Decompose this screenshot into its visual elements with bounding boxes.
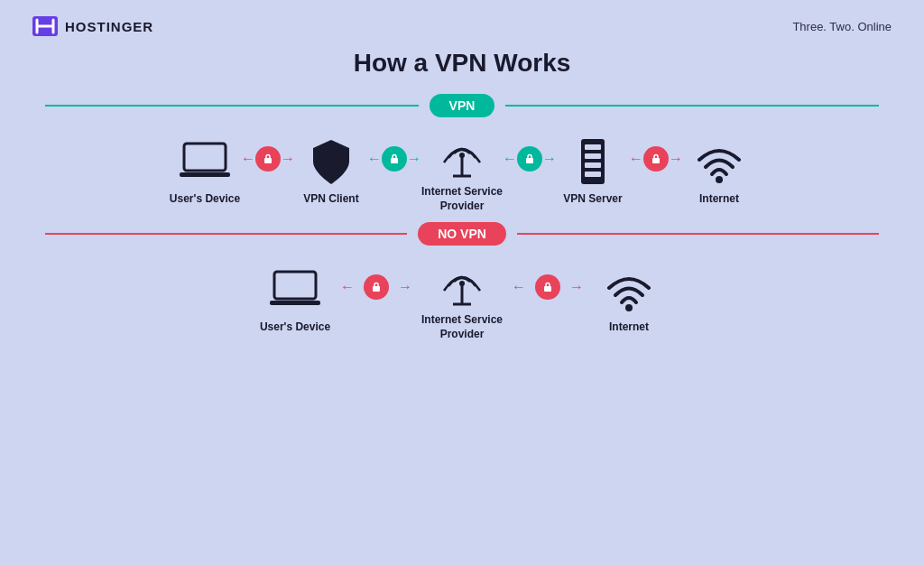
wifi-icon-2 xyxy=(602,265,656,315)
vpn-diagram-row: User's Device ← → xyxy=(45,130,879,213)
vpn-node-internet: Internet xyxy=(683,137,755,207)
laptop-icon-2 xyxy=(268,265,322,315)
logo-area: HOSTINGER xyxy=(32,16,153,36)
vpn-node-device: User's Device xyxy=(169,137,241,207)
novpn-divider-left xyxy=(45,233,407,235)
vpn-arrow-3: ← → xyxy=(503,146,557,172)
logo-text: HOSTINGER xyxy=(65,19,153,34)
server-icon xyxy=(566,137,620,187)
vpn-server-label: VPN Server xyxy=(563,192,622,207)
vpn-node-isp: Internet ServiceProvider xyxy=(421,130,503,213)
vpn-section: VPN User's Device ← xyxy=(0,94,924,213)
novpn-node-device: User's Device xyxy=(250,265,340,335)
vpn-arrow-4: ← → xyxy=(629,146,683,172)
novpn-arrow-2: ← → xyxy=(512,274,584,300)
svg-rect-22 xyxy=(544,286,551,292)
novpn-divider-row: NO VPN xyxy=(45,222,879,246)
novpn-device-label: User's Device xyxy=(260,320,330,335)
novpn-isp-label: Internet ServiceProvider xyxy=(421,313,503,341)
svg-rect-8 xyxy=(526,158,533,163)
laptop-icon xyxy=(178,137,232,187)
page-wrapper: HOSTINGER Three. Two. Online How a VPN W… xyxy=(0,0,924,566)
svg-rect-1 xyxy=(184,144,226,171)
vpn-client-label: VPN Client xyxy=(303,192,358,207)
svg-rect-17 xyxy=(270,301,320,305)
vpn-arrow-2: ← → xyxy=(367,146,421,172)
svg-point-21 xyxy=(459,281,465,286)
novpn-badge: NO VPN xyxy=(418,222,506,246)
vpn-badge: VPN xyxy=(430,94,495,117)
vpn-node-server: VPN Server xyxy=(557,137,629,207)
svg-point-7 xyxy=(459,153,465,158)
svg-rect-10 xyxy=(585,144,601,150)
antenna-icon-2 xyxy=(435,258,489,308)
wifi-icon xyxy=(692,137,746,187)
shield-icon xyxy=(304,137,358,187)
svg-point-15 xyxy=(716,176,723,183)
antenna-icon xyxy=(435,130,489,180)
hostinger-logo-icon xyxy=(32,16,58,36)
svg-rect-14 xyxy=(652,158,660,163)
novpn-node-internet: Internet xyxy=(584,265,674,335)
vpn-divider-left xyxy=(45,105,419,107)
svg-point-23 xyxy=(625,304,633,311)
vpn-arrow-1: ← → xyxy=(241,146,295,172)
svg-rect-12 xyxy=(585,162,601,168)
svg-rect-2 xyxy=(180,172,230,177)
tagline: Three. Two. Online xyxy=(792,20,892,33)
vpn-node-client: VPN Client xyxy=(295,137,367,207)
page-title: How a VPN Works xyxy=(0,49,924,78)
novpn-section: NO VPN User's Device ← xyxy=(0,222,924,341)
svg-rect-11 xyxy=(585,153,601,159)
vpn-divider-row: VPN xyxy=(45,94,879,117)
vpn-divider-right xyxy=(505,105,879,107)
svg-rect-16 xyxy=(274,272,316,299)
novpn-arrow-1: ← → xyxy=(340,274,412,300)
vpn-device-label: User's Device xyxy=(170,192,240,207)
svg-rect-3 xyxy=(264,158,272,163)
novpn-node-isp: Internet ServiceProvider xyxy=(412,258,512,341)
novpn-internet-label: Internet xyxy=(609,320,649,335)
vpn-isp-label: Internet ServiceProvider xyxy=(421,185,503,213)
novpn-diagram-row: User's Device ← → xyxy=(45,258,879,341)
svg-rect-18 xyxy=(373,286,380,292)
svg-rect-13 xyxy=(585,172,601,177)
header: HOSTINGER Three. Two. Online xyxy=(0,0,924,45)
novpn-divider-right xyxy=(517,233,879,235)
vpn-internet-label: Internet xyxy=(699,192,739,207)
svg-rect-4 xyxy=(391,158,398,163)
